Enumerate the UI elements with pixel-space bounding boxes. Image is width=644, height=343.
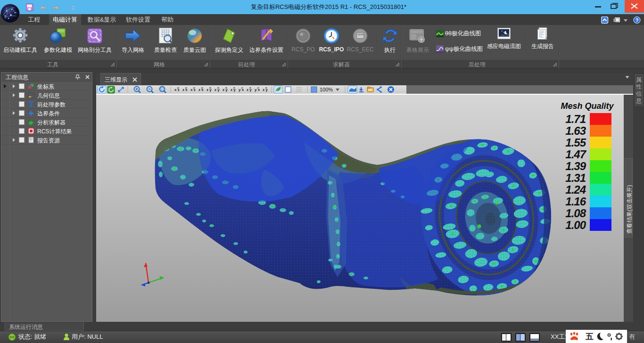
svg-text:z: z bbox=[257, 86, 259, 89]
svg-text:?: ? bbox=[636, 17, 639, 23]
svg-text:100%: 100% bbox=[320, 87, 333, 92]
svg-text:五: 五 bbox=[585, 332, 594, 341]
svg-text:z: z bbox=[241, 86, 243, 89]
